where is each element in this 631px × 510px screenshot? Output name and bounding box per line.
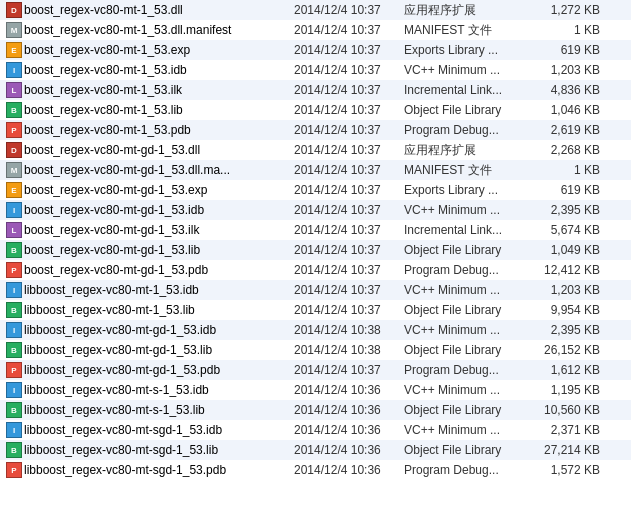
table-row[interactable]: B libboost_regex-vc80-mt-1_53.lib 2014/1… [0, 300, 631, 320]
file-name: boost_regex-vc80-mt-1_53.dll.manifest [24, 23, 294, 37]
file-icon: D [4, 2, 24, 18]
file-type: Object File Library [404, 443, 524, 457]
file-size: 1,272 KB [524, 3, 604, 17]
table-row[interactable]: P libboost_regex-vc80-mt-sgd-1_53.pdb 20… [0, 460, 631, 480]
file-name: libboost_regex-vc80-mt-s-1_53.idb [24, 383, 294, 397]
file-type: VC++ Minimum ... [404, 383, 524, 397]
file-type: MANIFEST 文件 [404, 22, 524, 39]
file-type: VC++ Minimum ... [404, 63, 524, 77]
file-type: 应用程序扩展 [404, 2, 524, 19]
file-size: 1 KB [524, 163, 604, 177]
table-row[interactable]: B libboost_regex-vc80-mt-s-1_53.lib 2014… [0, 400, 631, 420]
table-row[interactable]: E boost_regex-vc80-mt-gd-1_53.exp 2014/1… [0, 180, 631, 200]
file-date: 2014/12/4 10:37 [294, 243, 404, 257]
file-date: 2014/12/4 10:37 [294, 263, 404, 277]
file-size: 1,612 KB [524, 363, 604, 377]
file-date: 2014/12/4 10:36 [294, 443, 404, 457]
file-date: 2014/12/4 10:38 [294, 323, 404, 337]
file-type: Object File Library [404, 403, 524, 417]
file-size: 27,214 KB [524, 443, 604, 457]
file-icon: M [4, 22, 24, 38]
file-icon: B [4, 102, 24, 118]
file-size: 5,674 KB [524, 223, 604, 237]
file-size: 12,412 KB [524, 263, 604, 277]
file-date: 2014/12/4 10:37 [294, 123, 404, 137]
file-date: 2014/12/4 10:37 [294, 223, 404, 237]
file-icon: P [4, 362, 24, 378]
file-size: 2,371 KB [524, 423, 604, 437]
file-name: boost_regex-vc80-mt-1_53.dll [24, 3, 294, 17]
table-row[interactable]: I libboost_regex-vc80-mt-1_53.idb 2014/1… [0, 280, 631, 300]
table-row[interactable]: D boost_regex-vc80-mt-gd-1_53.dll 2014/1… [0, 140, 631, 160]
file-size: 9,954 KB [524, 303, 604, 317]
file-date: 2014/12/4 10:37 [294, 3, 404, 17]
file-size: 1,195 KB [524, 383, 604, 397]
table-row[interactable]: P libboost_regex-vc80-mt-gd-1_53.pdb 201… [0, 360, 631, 380]
file-type: Program Debug... [404, 263, 524, 277]
file-icon: E [4, 42, 24, 58]
table-row[interactable]: M boost_regex-vc80-mt-1_53.dll.manifest … [0, 20, 631, 40]
table-row[interactable]: I libboost_regex-vc80-mt-sgd-1_53.idb 20… [0, 420, 631, 440]
file-size: 10,560 KB [524, 403, 604, 417]
file-size: 1 KB [524, 23, 604, 37]
file-icon: P [4, 262, 24, 278]
file-name: boost_regex-vc80-mt-gd-1_53.lib [24, 243, 294, 257]
file-icon: I [4, 422, 24, 438]
file-name: boost_regex-vc80-mt-gd-1_53.exp [24, 183, 294, 197]
file-size: 2,619 KB [524, 123, 604, 137]
file-name: libboost_regex-vc80-mt-1_53.lib [24, 303, 294, 317]
file-name: boost_regex-vc80-mt-gd-1_53.dll [24, 143, 294, 157]
table-row[interactable]: B libboost_regex-vc80-mt-sgd-1_53.lib 20… [0, 440, 631, 460]
file-size: 4,836 KB [524, 83, 604, 97]
file-size: 1,572 KB [524, 463, 604, 477]
table-row[interactable]: I libboost_regex-vc80-mt-gd-1_53.idb 201… [0, 320, 631, 340]
file-date: 2014/12/4 10:37 [294, 183, 404, 197]
file-icon: I [4, 382, 24, 398]
file-icon: L [4, 222, 24, 238]
file-type: Object File Library [404, 303, 524, 317]
file-name: boost_regex-vc80-mt-gd-1_53.pdb [24, 263, 294, 277]
file-date: 2014/12/4 10:37 [294, 163, 404, 177]
file-type: Program Debug... [404, 463, 524, 477]
file-icon: B [4, 302, 24, 318]
table-row[interactable]: E boost_regex-vc80-mt-1_53.exp 2014/12/4… [0, 40, 631, 60]
file-type: MANIFEST 文件 [404, 162, 524, 179]
file-name: boost_regex-vc80-mt-1_53.idb [24, 63, 294, 77]
file-icon: E [4, 182, 24, 198]
table-row[interactable]: M boost_regex-vc80-mt-gd-1_53.dll.ma... … [0, 160, 631, 180]
table-row[interactable]: L boost_regex-vc80-mt-1_53.ilk 2014/12/4… [0, 80, 631, 100]
file-name: libboost_regex-vc80-mt-gd-1_53.idb [24, 323, 294, 337]
file-size: 1,203 KB [524, 63, 604, 77]
file-type: Program Debug... [404, 123, 524, 137]
file-date: 2014/12/4 10:37 [294, 23, 404, 37]
table-row[interactable]: B boost_regex-vc80-mt-gd-1_53.lib 2014/1… [0, 240, 631, 260]
file-name: libboost_regex-vc80-mt-s-1_53.lib [24, 403, 294, 417]
file-icon: P [4, 462, 24, 478]
file-name: boost_regex-vc80-mt-1_53.ilk [24, 83, 294, 97]
file-icon: B [4, 342, 24, 358]
table-row[interactable]: P boost_regex-vc80-mt-gd-1_53.pdb 2014/1… [0, 260, 631, 280]
table-row[interactable]: L boost_regex-vc80-mt-gd-1_53.ilk 2014/1… [0, 220, 631, 240]
table-row[interactable]: I boost_regex-vc80-mt-1_53.idb 2014/12/4… [0, 60, 631, 80]
file-type: Object File Library [404, 343, 524, 357]
file-date: 2014/12/4 10:37 [294, 143, 404, 157]
file-icon: I [4, 282, 24, 298]
file-type: Object File Library [404, 243, 524, 257]
table-row[interactable]: D boost_regex-vc80-mt-1_53.dll 2014/12/4… [0, 0, 631, 20]
table-row[interactable]: I boost_regex-vc80-mt-gd-1_53.idb 2014/1… [0, 200, 631, 220]
file-name: boost_regex-vc80-mt-1_53.lib [24, 103, 294, 117]
file-type: VC++ Minimum ... [404, 423, 524, 437]
file-icon: L [4, 82, 24, 98]
file-date: 2014/12/4 10:36 [294, 403, 404, 417]
table-row[interactable]: B libboost_regex-vc80-mt-gd-1_53.lib 201… [0, 340, 631, 360]
file-date: 2014/12/4 10:37 [294, 203, 404, 217]
file-name: boost_regex-vc80-mt-gd-1_53.idb [24, 203, 294, 217]
file-size: 619 KB [524, 183, 604, 197]
table-row[interactable]: P boost_regex-vc80-mt-1_53.pdb 2014/12/4… [0, 120, 631, 140]
file-icon: M [4, 162, 24, 178]
file-date: 2014/12/4 10:36 [294, 383, 404, 397]
file-type: Program Debug... [404, 363, 524, 377]
table-row[interactable]: B boost_regex-vc80-mt-1_53.lib 2014/12/4… [0, 100, 631, 120]
file-name: libboost_regex-vc80-mt-1_53.idb [24, 283, 294, 297]
table-row[interactable]: I libboost_regex-vc80-mt-s-1_53.idb 2014… [0, 380, 631, 400]
